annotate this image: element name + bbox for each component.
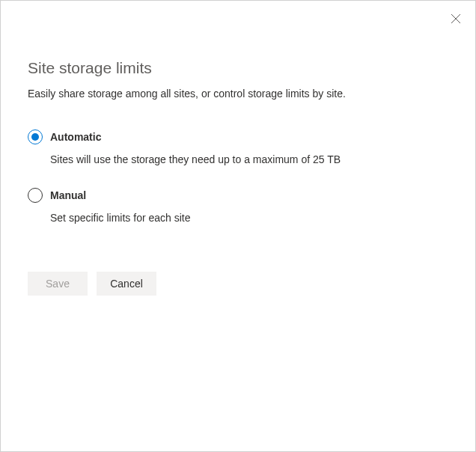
option-manual: Manual Set specific limits for each site <box>28 188 448 224</box>
radio-circle-icon <box>28 188 43 203</box>
radio-label-automatic: Automatic <box>50 131 101 143</box>
dialog-content: Site storage limits Easily share storage… <box>1 1 475 323</box>
radio-circle-icon <box>28 129 43 144</box>
option-automatic: Automatic Sites will use the storage the… <box>28 129 448 165</box>
cancel-button[interactable]: Cancel <box>97 272 156 296</box>
close-icon <box>451 13 461 24</box>
radio-label-manual: Manual <box>50 189 86 201</box>
option-desc-manual: Set specific limits for each site <box>50 212 448 224</box>
page-subtitle: Easily share storage among all sites, or… <box>28 88 448 100</box>
button-row: Save Cancel <box>28 272 448 296</box>
radio-dot-icon <box>31 133 39 141</box>
option-desc-automatic: Sites will use the storage they need up … <box>50 153 448 165</box>
page-title: Site storage limits <box>28 59 448 77</box>
radio-automatic[interactable]: Automatic <box>28 129 448 144</box>
close-button[interactable] <box>450 13 462 25</box>
radio-manual[interactable]: Manual <box>28 188 448 203</box>
save-button[interactable]: Save <box>28 272 88 296</box>
